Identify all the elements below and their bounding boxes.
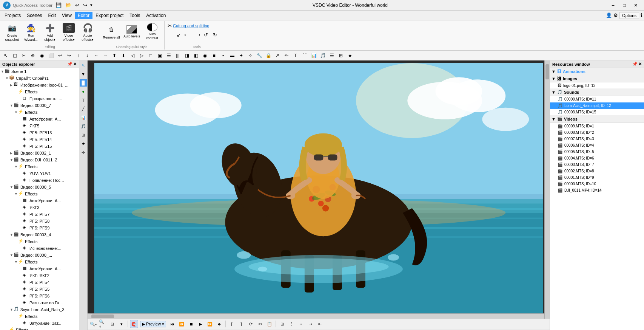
panel-close-icon[interactable]: ✕	[73, 62, 77, 67]
sec-cut[interactable]: ✂	[20, 52, 28, 59]
tree-item-video7[interactable]: ▼🎬Видео: 00000_7	[0, 102, 79, 109]
res-logo-item[interactable]: 🖼 logo-01.png; ID=13	[550, 82, 644, 88]
tree-item-yakg2[interactable]: ◈ЯКГ: ЯКГ2	[0, 272, 79, 279]
auto-levels-button[interactable]: Auto levels	[122, 22, 142, 42]
sec-rotate-r[interactable]: ↪	[65, 52, 73, 59]
star-tool[interactable]: ★	[80, 140, 87, 147]
sec-vlines[interactable]: |||	[174, 52, 182, 59]
tree-item-effects4[interactable]: ▼⚡Effects	[0, 191, 79, 197]
tl-paste[interactable]: 📋	[265, 320, 274, 328]
skip-start-btn[interactable]: ⏮	[168, 320, 176, 328]
tree-item-effects5[interactable]: ⚡Effects	[0, 238, 79, 245]
tree-item-effects8[interactable]: ⚡Effects	[0, 327, 79, 330]
sec-star2[interactable]: ✧	[246, 52, 254, 59]
split-right[interactable]: ⟶	[193, 31, 201, 39]
tl-zoom-range[interactable]: ↔	[297, 320, 305, 328]
sec-next[interactable]: ▷	[137, 52, 146, 59]
tree-item-effects7[interactable]: ⚡Effects	[0, 313, 79, 320]
tree-item-proz1[interactable]: ◻Прозрачность: ...	[0, 95, 79, 102]
tree-arrow-video3[interactable]: ▼	[10, 233, 14, 237]
stop-btn[interactable]: ⏹	[187, 320, 195, 328]
cut-btn[interactable]: ↙	[174, 31, 183, 39]
cutting-splitting-label[interactable]: Cutting and splitting	[173, 23, 210, 28]
animations-expand[interactable]: ▼	[552, 69, 556, 74]
tree-item-effects2[interactable]: ▼⚡Effects	[0, 109, 79, 116]
tl-cut[interactable]: ✂	[256, 320, 264, 328]
res-sound-1[interactable]: 🎵 00000.MTS; ID=11	[550, 96, 644, 102]
res-sound-2[interactable]: 🎵 Lorn-Acid_Rain.mp3; ID=12	[550, 102, 644, 109]
tree-arrow-effects6[interactable]: ▼	[14, 260, 18, 264]
res-close-icon[interactable]: ✕	[638, 62, 642, 67]
tl-more2[interactable]: ⇤	[316, 320, 324, 328]
grid-tool[interactable]: ⊞	[80, 131, 87, 139]
res-video-10[interactable]: 🎬DJI_0011.MP4; ID=14	[550, 187, 644, 194]
tree-item-effects6[interactable]: ▼⚡Effects	[0, 259, 79, 265]
sec-brush[interactable]: ◉	[38, 52, 46, 59]
tree-arrow-image-logo[interactable]: ▶	[10, 83, 14, 87]
sec-star3[interactable]: ★	[346, 52, 354, 59]
res-cat-images[interactable]: ▼ 🖼 Images	[550, 75, 644, 82]
select-tool[interactable]: ↖	[80, 62, 87, 69]
run-wizard-button[interactable]: 🧙 RunWizard...	[22, 22, 40, 43]
qat-undo[interactable]: ↩	[74, 2, 80, 8]
video-effects-button[interactable]: 🎬 Videoeffects▾	[60, 22, 78, 43]
menu-editor[interactable]: Editor	[75, 12, 92, 19]
sec-rotate-l[interactable]: ↩	[56, 52, 64, 59]
res-video-7[interactable]: 🎬00002.MTS; ID=8	[550, 168, 644, 174]
note-tool[interactable]: 🎵	[80, 122, 87, 130]
sec-grad[interactable]: ◧	[192, 52, 200, 59]
tree-arrow-effects4[interactable]: ▼	[14, 192, 18, 196]
qat-redo[interactable]: ↪	[82, 2, 88, 8]
tree-item-autourov2[interactable]: ▦АвтоУровни: А...	[0, 197, 79, 204]
res-cat-animations[interactable]: ▼ 🎞 Animations	[550, 68, 644, 75]
tree-item-rgb8[interactable]: ◈РГБ: РГБ8	[0, 218, 79, 225]
tree-arrow-video00000[interactable]: ▼	[10, 253, 14, 257]
loop-btn[interactable]: ⟳	[247, 320, 255, 328]
preview-scrollbar-v[interactable]	[544, 60, 550, 319]
sounds-expand[interactable]: ▼	[552, 90, 556, 95]
tree-arrow-video-dji[interactable]: ▼	[10, 158, 14, 162]
tree-item-autourov1[interactable]: ▦АвтоУровни: А...	[0, 116, 79, 122]
tree-arrow-sound-lorn[interactable]: ▼	[10, 308, 14, 311]
qat-save[interactable]: 💾	[55, 2, 62, 8]
zoom-out-btn[interactable]: 🔍-	[89, 320, 97, 328]
res-cat-sounds[interactable]: ▼ 🎵 Sounds	[550, 88, 644, 96]
sec-hlines[interactable]: ☰	[165, 52, 173, 59]
close-button[interactable]: ✕	[630, 1, 641, 10]
tree-item-video2[interactable]: ▶🎬Видео: 00002_1	[0, 150, 79, 156]
sec-bezier[interactable]: ⌒	[300, 52, 309, 59]
res-video-3[interactable]: 🎬00006.MTS; ID=4	[550, 142, 644, 149]
tree-item-yakg3[interactable]: ◈ЯКГ3	[0, 204, 79, 211]
qat-open[interactable]: 📂	[65, 2, 72, 8]
sec-merge[interactable]: ⊞	[337, 52, 345, 59]
sec-down2[interactable]: ⬇	[119, 52, 128, 59]
tree-item-rgb5[interactable]: ◈РГБ: РГБ5	[0, 286, 79, 293]
tree-item-video00000[interactable]: ▼🎬Видео: 00000_...	[0, 252, 79, 259]
move-tool[interactable]: ✛	[80, 149, 87, 156]
tl-grid[interactable]: ⊞	[278, 320, 286, 328]
tree-item-ischezn1[interactable]: ◈Исчезновение:...	[0, 245, 79, 252]
sec-right[interactable]: →	[101, 52, 109, 59]
tree-item-appear1[interactable]: ◈Появление: Пос...	[0, 177, 79, 184]
menu-projects[interactable]: Projects	[2, 12, 24, 19]
tree-item-rgb4[interactable]: ◈РГБ: РГБ4	[0, 279, 79, 286]
tree-item-effects1[interactable]: ⚡Effects	[0, 88, 79, 95]
tree-item-sprite1[interactable]: ▼📦Спрайт: Спрайт1	[0, 75, 79, 82]
menu-scenes[interactable]: Scenes	[24, 12, 45, 19]
sec-up[interactable]: ↑	[74, 52, 82, 59]
arrow-down[interactable]: ▼	[80, 70, 87, 78]
tree-item-effects3[interactable]: ▼⚡Effects	[0, 163, 79, 170]
options-button[interactable]: Options	[619, 12, 639, 19]
tree-item-rgb6[interactable]: ◈РГБ: РГБ6	[0, 293, 79, 299]
sec-pencil[interactable]: ✏	[282, 52, 291, 59]
sec-star[interactable]: ✦	[237, 52, 245, 59]
sec-chart[interactable]: 📊	[310, 52, 318, 59]
sec-down[interactable]: ↓	[83, 52, 91, 59]
skip-end-btn[interactable]: ⏭	[215, 320, 223, 328]
audio-effects-button[interactable]: 🎧 Audioeffects▾	[79, 22, 97, 43]
tree-item-video3[interactable]: ▼🎬Видео: 00003_4	[0, 231, 79, 238]
tree-item-yakg5[interactable]: ◈ЯКГ5	[0, 122, 79, 129]
preview-control[interactable]: ▶ Preview ▾	[140, 321, 166, 327]
zoom-fit-btn[interactable]: ⊡	[108, 320, 116, 328]
res-video-8[interactable]: 🎬00001.MTS; ID=9	[550, 174, 644, 181]
